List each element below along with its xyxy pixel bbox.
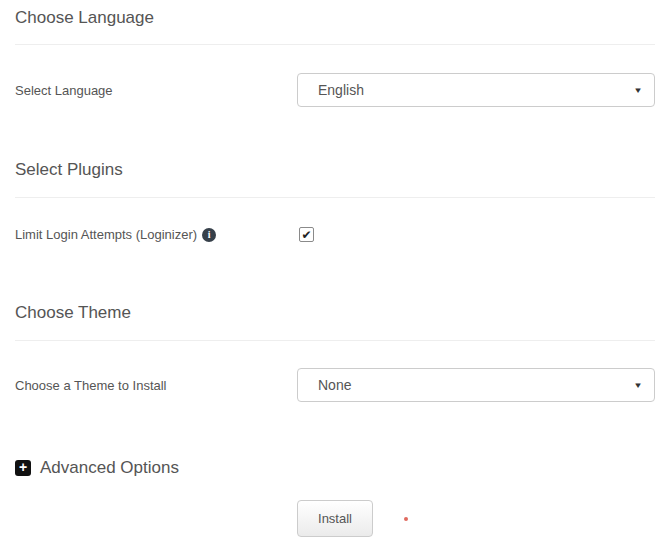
divider bbox=[15, 197, 655, 198]
red-dot bbox=[404, 517, 408, 521]
checkmark-icon: ✔ bbox=[301, 229, 311, 241]
advanced-options-toggle[interactable]: + Advanced Options bbox=[15, 458, 655, 478]
loginizer-label-wrap: Limit Login Attempts (Loginizer) i bbox=[15, 227, 297, 242]
chevron-down-icon: ▼ bbox=[633, 86, 643, 95]
section-title-theme: Choose Theme bbox=[15, 303, 655, 323]
section-title-plugins: Select Plugins bbox=[15, 160, 655, 180]
divider bbox=[15, 340, 655, 341]
install-form: Choose Language Select Language English … bbox=[0, 0, 663, 537]
loginizer-row: Limit Login Attempts (Loginizer) i ✔ bbox=[15, 225, 655, 244]
install-button[interactable]: Install bbox=[297, 500, 373, 537]
select-language-label: Select Language bbox=[15, 83, 297, 98]
theme-dropdown-value: None bbox=[318, 377, 351, 393]
loginizer-checkbox[interactable]: ✔ bbox=[299, 227, 314, 242]
advanced-options-label: Advanced Options bbox=[40, 458, 179, 478]
language-dropdown[interactable]: English ▼ bbox=[297, 73, 655, 107]
select-language-row: Select Language English ▼ bbox=[15, 73, 655, 107]
divider bbox=[15, 44, 655, 45]
theme-dropdown[interactable]: None ▼ bbox=[297, 368, 655, 402]
choose-theme-row: Choose a Theme to Install None ▼ bbox=[15, 368, 655, 402]
choose-theme-label: Choose a Theme to Install bbox=[15, 378, 297, 393]
loginizer-label: Limit Login Attempts (Loginizer) bbox=[15, 227, 197, 242]
section-title-language: Choose Language bbox=[15, 8, 655, 28]
plus-square-icon: + bbox=[15, 460, 31, 476]
info-icon[interactable]: i bbox=[202, 228, 216, 242]
install-row: Install bbox=[15, 500, 655, 537]
language-dropdown-value: English bbox=[318, 82, 364, 98]
chevron-down-icon: ▼ bbox=[633, 381, 643, 390]
